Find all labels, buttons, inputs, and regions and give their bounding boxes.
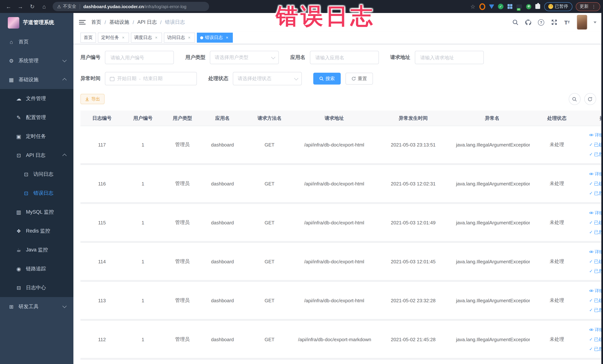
detail-action-link[interactable]: 详细 xyxy=(589,132,603,138)
processed-action-link[interactable]: ✓已处理 xyxy=(589,141,603,148)
tag-close-icon[interactable]: × xyxy=(154,35,159,40)
browser-back-icon[interactable]: ← xyxy=(5,3,12,10)
tag-4[interactable]: 错误日志× xyxy=(197,33,233,43)
reset-button[interactable]: 重置 xyxy=(346,73,373,84)
extension-on-badge-icon[interactable] xyxy=(516,3,522,10)
detail-action-link[interactable]: 详细 xyxy=(589,249,603,255)
extension-grid-icon[interactable] xyxy=(507,3,513,10)
ignored-action-link[interactable]: ✓已忽略 xyxy=(589,151,603,157)
detail-action-link[interactable]: 详细 xyxy=(589,288,603,294)
processed-action-link[interactable]: ✓已处理 xyxy=(589,180,603,187)
tag-1[interactable]: 定时任务× xyxy=(98,33,129,43)
processed-action-link[interactable]: ✓已处理 xyxy=(589,258,603,265)
user-type-select[interactable]: 请选择用户类型 xyxy=(210,51,279,64)
export-button[interactable]: 导出 xyxy=(81,94,104,104)
breadcrumb-item-1[interactable]: 基础设施 xyxy=(109,19,129,26)
app-name-input[interactable] xyxy=(314,54,374,61)
user-avatar[interactable] xyxy=(577,15,587,30)
detail-action-link[interactable]: 详细 xyxy=(589,210,603,216)
extension-green-check-icon[interactable]: ✓ xyxy=(498,3,504,10)
cell-status: 未处理 xyxy=(530,203,584,242)
sidebar-item-0[interactable]: ⌂首页 xyxy=(0,32,73,51)
update-button[interactable]: 更新 ⋮ xyxy=(576,2,600,11)
ignored-action-link[interactable]: ✓已忽略 xyxy=(589,268,603,274)
search-icon[interactable] xyxy=(512,19,519,26)
app-logo-row[interactable]: 芋道管理系统 xyxy=(0,13,73,32)
tag-close-icon[interactable]: × xyxy=(187,35,192,40)
browser-reload-icon[interactable]: ↻ xyxy=(29,3,35,10)
browser-home-icon[interactable]: ⌂ xyxy=(41,3,47,10)
user-id-input[interactable] xyxy=(110,54,169,61)
download-icon xyxy=(85,97,89,101)
tag-close-icon[interactable]: × xyxy=(121,35,126,40)
search-button[interactable]: 搜索 xyxy=(313,73,341,84)
help-icon[interactable]: ? xyxy=(538,19,545,26)
processed-action-link[interactable]: ✓已处理 xyxy=(589,219,603,226)
browser-forward-icon[interactable]: → xyxy=(17,3,24,10)
cell-exception: java.lang.IllegalArgumentException xyxy=(454,320,530,359)
chevron-up-icon xyxy=(62,78,67,82)
ignored-action-link[interactable]: ✓已忽略 xyxy=(589,229,603,235)
ignored-action-link[interactable]: ✓已忽略 xyxy=(589,190,603,196)
sidebar-collapse-icon[interactable] xyxy=(79,19,86,26)
breadcrumb-item-0[interactable]: 首页 xyxy=(91,19,101,26)
extension-sprout-icon[interactable] xyxy=(525,3,532,10)
sidebar-item-2[interactable]: ▦基础设施 xyxy=(0,70,73,89)
tag-close-icon[interactable]: × xyxy=(225,35,230,40)
processed-action-link[interactable]: ✓已处理 xyxy=(589,297,603,304)
tag-3[interactable]: 访问日志× xyxy=(164,33,195,43)
cell-url: /api/infra/db-doc/export-html xyxy=(297,203,372,242)
user-menu-caret-icon[interactable] xyxy=(593,21,596,23)
ignored-action-link[interactable]: ✓已忽略 xyxy=(589,307,603,313)
sidebar-item-12[interactable]: ◉链路追踪 xyxy=(0,259,73,278)
sidebar-item-1[interactable]: ⚙系统管理 xyxy=(0,51,73,70)
sidebar-item-7[interactable]: ⊡访问日志 xyxy=(0,165,73,184)
tags-bar: 首页定时任务×调度日志×访问日志×错误日志× xyxy=(73,32,603,44)
tag-2[interactable]: 调度日志× xyxy=(131,33,162,43)
browser-menu-kebab-icon[interactable]: ⋮ xyxy=(591,4,596,9)
sidebar-item-13[interactable]: ⊟日志中心 xyxy=(0,278,73,297)
date-separator: - xyxy=(139,76,141,82)
breadcrumb-item-2[interactable]: API 日志 xyxy=(137,19,157,26)
request-url-input[interactable] xyxy=(419,54,479,61)
table-toolbar: 导出 xyxy=(81,93,596,105)
cell-user_id: 1 xyxy=(123,126,162,164)
process-status-select[interactable]: 请选择处理状态 xyxy=(233,72,302,85)
schedule-job-icon: ▣ xyxy=(16,133,22,139)
sidebar-item-label: Java 监控 xyxy=(26,247,48,253)
sidebar-item-14[interactable]: ⊞研发工具 xyxy=(0,297,73,316)
refresh-table-button[interactable] xyxy=(584,93,596,105)
detail-action-link[interactable]: 详细 xyxy=(589,327,603,333)
processed-action-link[interactable]: ✓已处理 xyxy=(589,336,603,342)
ignored-action-link[interactable]: ✓已忽略 xyxy=(589,346,603,352)
detail-action-link[interactable]: 详细 xyxy=(589,171,603,177)
sidebar-item-9[interactable]: ▥MySQL 监控 xyxy=(0,202,73,221)
sidebar-item-6[interactable]: ⊡API 日志 xyxy=(0,146,73,165)
tag-0[interactable]: 首页 xyxy=(81,33,96,43)
sidebar-item-3[interactable]: ☁文件管理 xyxy=(0,89,73,108)
sidebar-item-5[interactable]: ▣定时任务 xyxy=(0,127,73,146)
cell-method: GET xyxy=(243,164,297,203)
sidebar-item-11[interactable]: ☕Java 监控 xyxy=(0,240,73,259)
config-manage-icon: ✎ xyxy=(16,114,22,120)
address-bar[interactable]: ⚠ 不安全 dashboard.yudao.iocoder.cn/infra/l… xyxy=(53,2,209,11)
column-header-8: 处理状态 xyxy=(530,110,584,126)
github-icon[interactable] xyxy=(525,19,532,26)
date-range-picker[interactable]: 开始日期 - 结束日期 xyxy=(105,72,197,85)
sidebar-item-4[interactable]: ✎配置管理 xyxy=(0,108,73,127)
cell-actions: 详细✓已处理✓已忽略 xyxy=(584,164,603,203)
show-search-toggle-button[interactable] xyxy=(568,93,580,105)
sidebar-item-8[interactable]: ⊡错误日志 xyxy=(0,184,73,202)
bookmark-star-icon[interactable]: ☆ xyxy=(470,3,476,10)
header-actions: ? TT xyxy=(512,15,596,30)
font-size-icon[interactable]: TT xyxy=(564,19,570,26)
check-icon: ✓ xyxy=(589,307,593,313)
extension-orange-ring-icon[interactable] xyxy=(479,3,485,10)
fullscreen-icon[interactable] xyxy=(551,19,557,26)
sidebar-item-10[interactable]: ❖Redis 监控 xyxy=(0,221,73,240)
sidebar-item-label: 研发工具 xyxy=(19,303,39,310)
paused-pill[interactable]: 已暂停 xyxy=(544,2,572,11)
extension-blue-shield-icon[interactable] xyxy=(488,3,494,10)
extensions-puzzle-icon[interactable] xyxy=(535,3,541,10)
check-icon: ✓ xyxy=(589,298,593,303)
